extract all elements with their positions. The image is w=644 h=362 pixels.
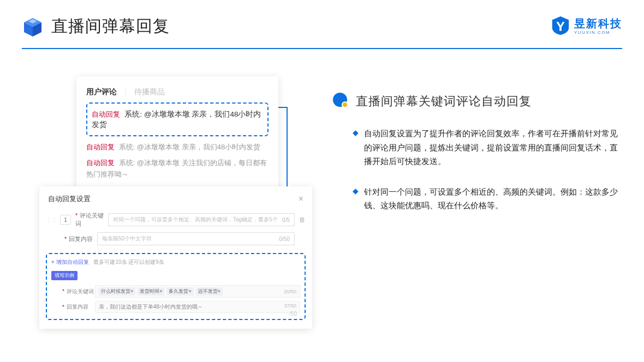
delete-icon[interactable]: 🗑 bbox=[299, 216, 306, 224]
auto-reply-tag: 自动回复 bbox=[92, 110, 120, 118]
drag-handle-icon[interactable]: ⋮⋮ bbox=[46, 217, 57, 223]
tag-chip[interactable]: 发货时间× bbox=[138, 287, 164, 295]
bubble-icon bbox=[333, 93, 350, 110]
brand-name: 昱新科技 bbox=[574, 17, 622, 29]
example-content-label: 回复内容 bbox=[67, 303, 95, 311]
modal-title: 自动回复设置 bbox=[48, 194, 91, 204]
example-keyword-tags[interactable]: 什么时候发货× 发货时间× 多久发货× 还不发货× 20/50 bbox=[95, 285, 300, 298]
auto-reply-tag: 自动回复 bbox=[86, 143, 115, 151]
card-tabs: 用户评论 | 待播商品 bbox=[86, 87, 269, 97]
highlighted-comment: 自动回复 系统: @冰墩墩本墩 亲亲，我们48小时内发货 bbox=[86, 102, 269, 136]
tab-separator: | bbox=[124, 88, 127, 96]
bullet-point: ◆ 自动回复设置为了提升作者的评论回复效率，作者可在开播前针对常见的评论用户问题… bbox=[333, 126, 622, 168]
header-divider bbox=[22, 48, 622, 49]
keyword-label: *评论关键词 bbox=[75, 212, 108, 228]
left-illustration: 用户评论 | 待播商品 自动回复 系统: @冰墩墩本墩 亲亲，我们48小时内发货… bbox=[0, 60, 317, 362]
keyword-input[interactable]: 对同一个问题，可设置多个相近、高频的关键词，Tag确定，最多5个 0/5 bbox=[108, 213, 295, 226]
content-label: *回复内容 bbox=[64, 235, 97, 243]
comment-item: 自动回复 系统: @冰墩墩本墩 亲亲，我们48小时内发货 bbox=[86, 142, 269, 153]
row-number: 1 bbox=[60, 215, 71, 225]
bullet-point: ◆ 针对同一个问题，可设置多个相近的、高频的关键词。例如：这款多少钱、这块能优惠… bbox=[333, 185, 622, 213]
tag-chip[interactable]: 什么时候发货× bbox=[99, 287, 135, 295]
section-title: 直播间弹幕关键词评论自动回复 bbox=[333, 93, 622, 110]
add-hint: + 增加自动回复 最多可建10条 还可以创建9条 bbox=[51, 258, 300, 266]
comment-item: 自动回复 系统: @冰墩墩本墩 关注我们的店铺，每日都有热门推荐呦～ bbox=[86, 158, 269, 180]
tag-chip[interactable]: 还不发货× bbox=[196, 287, 223, 295]
auto-reply-tag: 自动回复 bbox=[86, 159, 115, 167]
example-content-text[interactable]: 亲，我们这边都是下单48小时内发货的哦～ 37/50 bbox=[95, 301, 300, 313]
add-auto-reply-link[interactable]: + 增加自动回复 bbox=[51, 259, 89, 265]
comment-text: 系统: @冰墩墩本墩 亲亲，我们48小时内发货 bbox=[119, 143, 261, 151]
tag-chip[interactable]: 多久发货× bbox=[166, 287, 193, 295]
page-title: 直播间弹幕回复 bbox=[51, 15, 170, 38]
cube-icon bbox=[22, 16, 44, 38]
brand-subtitle: YUUXIN.COM bbox=[574, 30, 622, 35]
example-keyword-label: 评论关键词 bbox=[67, 288, 95, 295]
tab-pending-goods[interactable]: 待播商品 bbox=[134, 87, 165, 97]
extra-counter: /50 bbox=[289, 311, 297, 317]
right-content: 直播间弹幕关键词评论自动回复 ◆ 自动回复设置为了提升作者的评论回复效率，作者可… bbox=[317, 60, 644, 362]
example-badge: 填写示例 bbox=[51, 271, 77, 280]
tab-user-comments[interactable]: 用户评论 bbox=[86, 87, 117, 97]
example-section: + 增加自动回复 最多可建10条 还可以创建9条 填写示例 * 评论关键词 什么… bbox=[46, 253, 306, 320]
diamond-icon: ◆ bbox=[353, 185, 359, 198]
settings-modal: 自动回复设置 × ⋮⋮ 1 *评论关键词 对同一个问题，可设置多个相近、高频的关… bbox=[39, 186, 312, 329]
brand-logo-area: 昱新科技 YUUXIN.COM bbox=[550, 15, 622, 36]
diamond-icon: ◆ bbox=[353, 126, 359, 140]
content-input[interactable]: 每条限50个中文字符 0/50 bbox=[97, 232, 295, 245]
brand-logo-icon bbox=[550, 15, 571, 36]
close-icon[interactable]: × bbox=[299, 194, 303, 204]
page-header: 直播间弹幕回复 bbox=[0, 0, 644, 38]
